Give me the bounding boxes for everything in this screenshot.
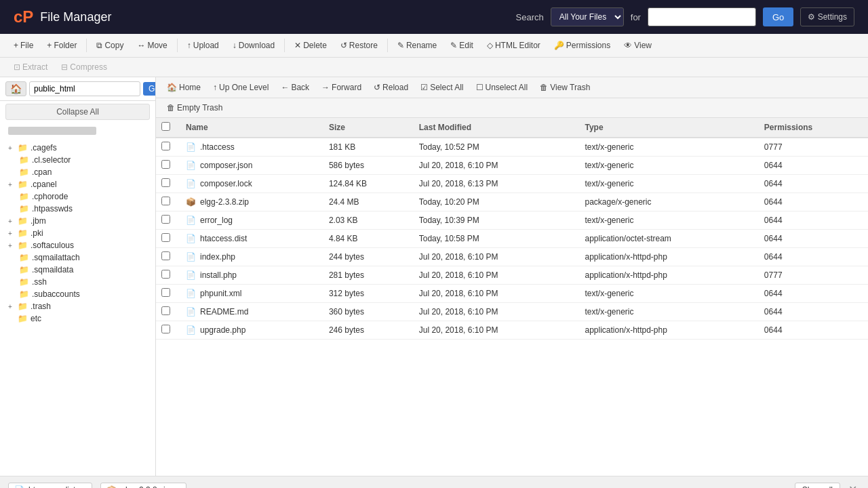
restore-label: Restore [349,41,378,50]
row-checkbox[interactable] [161,251,170,260]
search-go-button[interactable]: Go [763,7,793,26]
extract-button[interactable]: ⊡ Extract [8,60,53,75]
row-checkbox-cell[interactable] [156,230,180,248]
row-checkbox-cell[interactable] [156,266,180,285]
row-checkbox-cell[interactable] [156,303,180,321]
sidebar-item-softaculous[interactable]: + 📁 .softaculous [0,239,155,251]
home-button[interactable]: 🏠 Home [161,80,206,95]
table-row[interactable]: 📦 elgg-2.3.8.zip 24.4 MB Today, 10:20 PM… [156,193,868,211]
col-type[interactable]: Type [579,118,758,138]
row-checkbox-cell[interactable] [156,285,180,303]
row-checkbox-cell[interactable] [156,157,180,175]
select-all-checkbox[interactable] [161,122,170,131]
row-checkbox[interactable] [161,178,170,187]
row-name-cell: 📦 elgg-2.3.8.zip [180,193,323,211]
table-row[interactable]: 📄 composer.json 586 bytes Jul 20, 2018, … [156,157,868,175]
back-label: Back [291,83,309,92]
sidebar-item-cphorode[interactable]: 📁 .cphorode [0,190,155,203]
sidebar-item-pki[interactable]: + 📁 .pki [0,227,155,239]
table-row[interactable]: 📄 error_log 2.03 KB Today, 10:39 PM text… [156,211,868,230]
move-button[interactable]: ↔ Move [132,38,172,53]
sidebar-home-button[interactable]: 🏠 [5,81,26,96]
close-bottom-bar-button[interactable]: ✕ [846,483,860,488]
search-input[interactable] [648,7,756,26]
reload-button[interactable]: ↺ Reload [368,80,414,95]
row-checkbox-cell[interactable] [156,248,180,266]
col-checkbox[interactable] [156,118,180,138]
sidebar-item-cl-selector[interactable]: 📁 .cl.selector [0,154,155,166]
row-checkbox[interactable] [161,288,170,297]
rename-button[interactable]: ✎ Rename [392,38,442,53]
show-all-button[interactable]: Show all [795,483,840,489]
sidebar-item-sqmaildata[interactable]: 📁 .sqmaildata [0,264,155,276]
upload-button[interactable]: ↑ Upload [182,38,224,53]
row-size-cell: 312 bytes [323,285,414,303]
table-row[interactable]: 📄 phpunit.xml 312 bytes Jul 20, 2018, 6:… [156,285,868,303]
row-type-cell: text/x-generic [579,157,758,175]
back-button[interactable]: ← Back [275,80,315,95]
row-checkbox-cell[interactable] [156,321,180,340]
table-row[interactable]: 📄 .htaccess 181 KB Today, 10:52 PM text/… [156,138,868,157]
download-button[interactable]: ↓ Download [227,38,280,53]
row-checkbox[interactable] [161,325,170,333]
row-checkbox[interactable] [161,197,170,205]
delete-button[interactable]: ✕ Delete [289,38,332,53]
edit-button[interactable]: ✎ Edit [445,38,479,53]
col-modified[interactable]: Last Modified [414,118,580,138]
collapse-all-button[interactable]: Collapse All [5,104,150,120]
file-toolbar: 🏠 Home ↑ Up One Level ← Back → Forward ↺… [156,77,868,98]
row-checkbox-cell[interactable] [156,175,180,193]
view-button[interactable]: 👁 View [618,38,657,53]
table-row[interactable]: 📄 README.md 360 bytes Jul 20, 2018, 6:10… [156,303,868,321]
sidebar-item-subaccounts[interactable]: 📁 .subaccounts [0,288,155,300]
up-label: Up One Level [219,83,269,92]
new-folder-button[interactable]: + Folder [41,38,82,53]
sidebar-item-cagefs[interactable]: + 📁 .cagefs [0,142,155,154]
sidebar-item-cpan[interactable]: 📁 .cpan [0,166,155,178]
col-size[interactable]: Size [323,118,414,138]
select-all-button[interactable]: ☑ Select All [415,80,469,95]
row-checkbox-cell[interactable] [156,138,180,157]
sidebar-path-input[interactable] [29,81,140,96]
col-permissions[interactable]: Permissions [759,118,868,138]
settings-button[interactable]: ⚙ Settings [800,7,854,26]
row-size-cell: 281 bytes [323,266,414,285]
row-permissions-cell: 0644 [759,285,868,303]
sidebar-item-cpanel[interactable]: + 📁 .cpanel [0,178,155,190]
sidebar-item-etc[interactable]: 📁 etc [0,312,155,325]
unselect-all-button[interactable]: ☐ Unselect All [471,80,534,95]
table-row[interactable]: 📄 install.php 281 bytes Jul 20, 2018, 6:… [156,266,868,285]
html-editor-button[interactable]: ◇ HTML Editor [481,38,546,53]
table-row[interactable]: 📄 index.php 244 bytes Jul 20, 2018, 6:10… [156,248,868,266]
row-checkbox[interactable] [161,270,170,279]
search-scope-select[interactable]: All Your Files [551,7,624,26]
col-name[interactable]: Name [180,118,323,138]
tree-label: .htpasswds [32,204,73,214]
sidebar-item-sqmailattach[interactable]: 📁 .sqmailattach [0,251,155,264]
view-trash-button[interactable]: 🗑 View Trash [534,80,595,95]
table-row[interactable]: 📄 composer.lock 124.84 KB Jul 20, 2018, … [156,175,868,193]
row-checkbox[interactable] [161,233,170,242]
sidebar-go-button[interactable]: Go [143,82,156,96]
forward-button[interactable]: → Forward [316,80,367,95]
permissions-button[interactable]: 🔑 Permissions [549,38,616,53]
sidebar-item-trash[interactable]: + 📁 .trash [0,300,155,312]
sidebar-item-htpasswds[interactable]: 📁 .htpasswds [0,203,155,215]
row-checkbox-cell[interactable] [156,193,180,211]
new-file-button[interactable]: + File [8,38,39,53]
table-row[interactable]: 📄 upgrade.php 246 bytes Jul 20, 2018, 6:… [156,321,868,340]
sidebar-item-jbm[interactable]: + 📁 .jbm [0,215,155,227]
row-checkbox[interactable] [161,215,170,224]
restore-button[interactable]: ↺ Restore [335,38,383,53]
row-checkbox-cell[interactable] [156,211,180,230]
compress-button[interactable]: ⊟ Compress [56,60,113,75]
up-one-level-button[interactable]: ↑ Up One Level [208,80,274,95]
empty-trash-button[interactable]: 🗑 Empty Trash [161,100,228,115]
table-row[interactable]: 📄 htaccess.dist 4.84 KB Today, 10:58 PM … [156,230,868,248]
sidebar-item-ssh[interactable]: 📁 .ssh [0,276,155,288]
copy-button[interactable]: ⧉ Copy [91,38,129,53]
row-checkbox[interactable] [161,306,170,315]
row-checkbox[interactable] [161,142,170,150]
row-checkbox[interactable] [161,160,170,169]
edit-icon: ✎ [450,41,457,50]
